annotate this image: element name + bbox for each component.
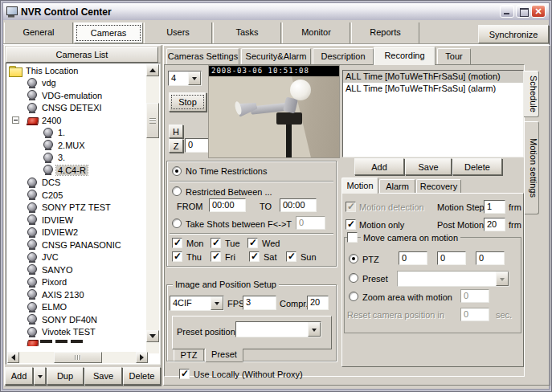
maximize-button[interactable]	[516, 5, 530, 18]
chevron-down-icon[interactable]	[211, 296, 223, 310]
resolution-select[interactable]: 4CIF	[170, 296, 224, 311]
scroll-up-button[interactable]	[146, 64, 159, 76]
tab-cameras-settings[interactable]: Cameras Settings	[166, 48, 239, 65]
scroll-right-button[interactable]	[136, 352, 148, 363]
checkbox-sun[interactable]	[286, 251, 296, 262]
tree-item-2400[interactable]: 2400	[7, 114, 148, 127]
synchronize-button[interactable]: Synchronize	[478, 25, 549, 43]
scroll-thumb[interactable]	[146, 103, 159, 138]
ptz-pan-field[interactable]: 0	[399, 251, 427, 265]
to-time-field[interactable]: 00:00	[280, 198, 317, 212]
collapse-icon[interactable]	[12, 116, 19, 124]
checkbox-wed[interactable]	[247, 238, 258, 248]
tree-item-elmo[interactable]: ELMO	[7, 301, 148, 314]
tree-item-axis-2130[interactable]: AXIS 2130	[7, 288, 148, 301]
event-tab-alarm[interactable]: Alarm	[379, 179, 415, 194]
restricted-between-radio[interactable]	[172, 186, 182, 196]
ptz-zoom-field[interactable]: 0	[476, 251, 505, 265]
tree-item-3[interactable]: 3.	[7, 152, 148, 165]
zoom-area-radio[interactable]	[349, 292, 358, 301]
tree-item-sanyo[interactable]: SANYO	[7, 263, 148, 276]
from-time-field[interactable]: 00:00	[209, 198, 246, 212]
tab-monitor[interactable]: Monitor	[282, 22, 350, 43]
take-shots-radio[interactable]	[172, 218, 182, 228]
preset-radio[interactable]	[349, 273, 358, 283]
tree-item-sony-df40n[interactable]: SONY DF40N	[7, 313, 148, 326]
tree-item-cnsg-detexi[interactable]: CNSG DETEXI	[7, 102, 148, 115]
add-camera-button[interactable]: Add	[5, 367, 33, 385]
z-value-field[interactable]: 0	[185, 138, 209, 153]
use-locally-checkbox[interactable]	[179, 369, 190, 379]
event-tab-motion[interactable]: Motion	[341, 178, 378, 194]
tree-item-pixord[interactable]: Pixord	[7, 276, 148, 289]
tree-item-c205[interactable]: C205	[7, 189, 148, 202]
checkbox-mon[interactable]	[172, 238, 182, 248]
tree-vertical-scrollbar[interactable]	[146, 64, 159, 353]
chevron-down-icon[interactable]	[308, 322, 321, 337]
tree-item-cnsg-panasonic[interactable]: CNSG PANASONIC	[7, 239, 148, 251]
add-dropdown-button[interactable]	[34, 367, 46, 385]
schedule-save-button[interactable]: Save	[405, 158, 452, 175]
tab-general[interactable]: General	[4, 22, 73, 43]
scroll-down-button[interactable]	[146, 330, 159, 342]
tree-item-dcs[interactable]: DCS	[7, 177, 148, 190]
motion-step-field[interactable]: 1	[484, 200, 505, 214]
tree-horizontal-scrollbar[interactable]	[7, 352, 148, 363]
tab-cameras[interactable]: Cameras	[74, 22, 143, 43]
schedule-item-alarm[interactable]: ALL Time [MoTuWeThFrSaSu] (alarm)	[343, 83, 523, 95]
tab-description[interactable]: Description	[313, 48, 374, 65]
camera-number-select[interactable]: 4	[168, 71, 202, 86]
ptz-tilt-field[interactable]: 0	[437, 251, 466, 265]
scroll-left-button[interactable]	[7, 352, 19, 363]
tab-tour[interactable]: Tour	[437, 48, 471, 65]
checkbox-fri[interactable]	[211, 251, 221, 262]
schedule-listbox[interactable]: ALL Time [MoTuWeThFrSaSu] (motion) ALL T…	[342, 70, 524, 157]
stop-button[interactable]: Stop	[169, 92, 206, 112]
tree-item-clipped[interactable]	[7, 338, 148, 346]
tree-item-idview2[interactable]: IDVIEW2	[7, 227, 148, 239]
bottom-tab-preset[interactable]: Preset	[205, 349, 243, 362]
checkbox-thu[interactable]	[172, 251, 182, 262]
save-camera-button[interactable]: Save	[84, 367, 122, 385]
move-camera-checkbox[interactable]	[347, 232, 358, 243]
video-preview[interactable]: 2008-03-06 10:51:08	[208, 65, 340, 158]
tree-item-1[interactable]: 1.	[7, 127, 148, 140]
scroll-thumb[interactable]	[54, 352, 102, 363]
tree-item-jvc[interactable]: JVC	[7, 251, 148, 264]
ptz-radio[interactable]	[349, 254, 358, 263]
compr-field[interactable]: 20	[307, 296, 329, 310]
chevron-down-icon[interactable]	[188, 71, 201, 85]
tree-item-4c4r-selected[interactable]: 4.C4-R	[7, 164, 148, 177]
event-tab-recovery[interactable]: Recovery	[416, 179, 461, 194]
close-button[interactable]	[531, 5, 546, 18]
no-time-restrictions-radio[interactable]	[172, 166, 182, 176]
checkbox-sat[interactable]	[249, 251, 260, 262]
bottom-tab-ptz[interactable]: PTZ	[174, 349, 204, 361]
tree-item-idview[interactable]: IDVIEW	[7, 214, 148, 227]
schedule-item-motion[interactable]: ALL Time [MoTuWeThFrSaSu] (motion)	[343, 71, 523, 83]
tab-recording[interactable]: Recording	[374, 47, 435, 65]
checkbox-tue[interactable]	[211, 238, 221, 248]
tab-security-alarm[interactable]: Security&Alarm	[241, 48, 311, 65]
delete-camera-button[interactable]: Delete	[123, 367, 161, 385]
fps-field[interactable]: 3	[243, 296, 276, 310]
preset-position-select[interactable]	[235, 321, 321, 337]
schedule-add-button[interactable]: Add	[354, 158, 404, 175]
tree-item-vivotek-test[interactable]: Vivotek TEST	[7, 326, 148, 339]
dup-camera-button[interactable]: Dup	[47, 367, 84, 385]
side-tab-motion-settings[interactable]: Motion settings	[525, 121, 539, 214]
motion-only-checkbox[interactable]	[346, 219, 356, 230]
tree-item-2mux[interactable]: 2.MUX	[7, 139, 148, 152]
tree-item-sony-ptz-test[interactable]: SONY PTZ TEST	[7, 202, 148, 214]
tree-item-vdg[interactable]: vdg	[7, 77, 148, 90]
schedule-delete-button[interactable]: Delete	[452, 158, 502, 175]
side-tab-schedule[interactable]: Schedule	[524, 71, 539, 117]
minimize-button[interactable]	[500, 5, 514, 18]
tree-item-this-location[interactable]: This Location	[7, 64, 148, 77]
tab-reports[interactable]: Reports	[351, 22, 419, 43]
tab-tasks[interactable]: Tasks	[213, 22, 281, 43]
z-button[interactable]: Z	[169, 139, 183, 153]
title-bar[interactable]: NVR Control Center	[3, 3, 549, 20]
tab-users[interactable]: Users	[144, 22, 212, 43]
tree-item-vdg-emulation[interactable]: VDG-emulation	[7, 89, 148, 102]
